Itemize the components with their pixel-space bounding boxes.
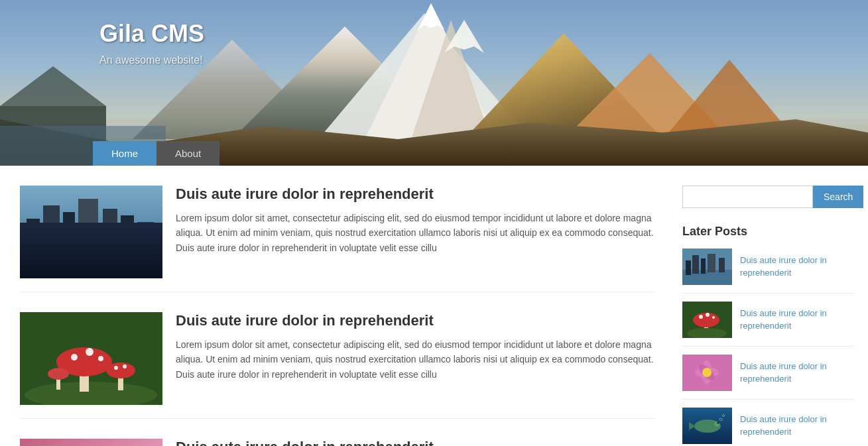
svg-rect-53 (708, 254, 715, 272)
nav-item-home[interactable]: Home (93, 141, 156, 166)
svg-rect-17 (27, 219, 40, 252)
svg-point-59 (706, 313, 710, 317)
list-item: Duis aute irure dolor in reprehenderit (682, 302, 855, 347)
later-thumb-city (682, 249, 732, 285)
svg-rect-25 (20, 245, 162, 278)
post-content: Duis aute irure dolor in reprehenderit L… (176, 186, 656, 278)
svg-rect-54 (719, 258, 725, 272)
svg-point-66 (702, 368, 712, 377)
svg-point-35 (114, 366, 118, 370)
svg-rect-16 (20, 245, 162, 278)
svg-point-34 (106, 362, 135, 378)
table-row: Duis aute irure dolor in reprehenderit L… (20, 186, 656, 292)
later-post-title[interactable]: Duis aute irure dolor in reprehenderit (740, 307, 855, 331)
list-item: Duis aute irure dolor in reprehenderit (682, 355, 855, 400)
search-button[interactable]: Search (813, 186, 863, 208)
later-posts-title: Later Posts (682, 225, 855, 239)
later-thumb-mushroom (682, 302, 732, 338)
post-thumbnail-city (20, 186, 162, 278)
svg-rect-39 (20, 439, 162, 446)
svg-rect-23 (137, 222, 154, 249)
svg-rect-18 (43, 205, 60, 249)
post-content: Duis aute irure dolor in reprehenderit L… (176, 439, 656, 446)
hero-header: Gila CMS An awesome website! Home About (0, 0, 868, 166)
later-post-title[interactable]: Duis aute irure dolor in reprehenderit (740, 414, 855, 437)
list-item: Duis aute irure dolor in reprehenderit (682, 408, 855, 446)
post-thumbnail-mushroom (20, 312, 162, 405)
svg-rect-21 (103, 209, 117, 245)
post-title: Duis aute irure dolor in reprehenderit (176, 312, 656, 329)
post-thumbnail-flower (20, 439, 162, 446)
later-post-title[interactable]: Duis aute irure dolor in reprehenderit (740, 254, 855, 278)
later-posts-section: Later Posts Duis aute irure dolor in rep… (682, 225, 855, 446)
list-item: Duis aute irure dolor in reprehenderit (682, 249, 855, 294)
svg-point-58 (699, 315, 703, 319)
svg-point-32 (98, 356, 103, 361)
table-row: Duis aute irure dolor in reprehenderit L… (20, 439, 656, 446)
main-container: Duis aute irure dolor in reprehenderit L… (0, 166, 868, 446)
svg-point-38 (48, 368, 69, 380)
svg-rect-20 (78, 199, 98, 245)
later-thumb-flower (682, 355, 732, 391)
nav-item-about[interactable]: About (156, 141, 219, 166)
svg-rect-52 (701, 258, 706, 274)
svg-point-31 (86, 348, 93, 356)
post-excerpt: Lorem ipsum dolor sit amet, consectetur … (176, 211, 656, 255)
site-title: Gila CMS (99, 20, 868, 48)
search-box: Search (682, 186, 855, 208)
posts-area: Duis aute irure dolor in reprehenderit L… (0, 179, 669, 446)
svg-rect-50 (686, 260, 691, 275)
svg-rect-19 (63, 212, 75, 249)
svg-point-36 (123, 364, 127, 368)
search-input[interactable] (682, 186, 813, 208)
svg-rect-22 (121, 215, 134, 249)
sidebar: Search Later Posts Duis (669, 179, 868, 446)
post-content: Duis aute irure dolor in reprehenderit L… (176, 312, 656, 405)
svg-rect-51 (692, 255, 699, 274)
main-nav: Home About (0, 141, 868, 166)
table-row: Duis aute irure dolor in reprehenderit L… (20, 312, 656, 419)
post-title: Duis aute irure dolor in reprehenderit (176, 439, 656, 446)
site-subtitle: An awesome website! (99, 54, 868, 66)
svg-point-60 (712, 316, 715, 319)
svg-point-71 (717, 422, 719, 424)
svg-point-30 (71, 354, 78, 361)
later-post-title[interactable]: Duis aute irure dolor in reprehenderit (740, 361, 855, 384)
later-thumb-underwater (682, 408, 732, 444)
hero-content: Gila CMS An awesome website! (0, 0, 868, 66)
post-title: Duis aute irure dolor in reprehenderit (176, 186, 656, 203)
post-excerpt: Lorem ipsum dolor sit amet, consectetur … (176, 337, 656, 382)
